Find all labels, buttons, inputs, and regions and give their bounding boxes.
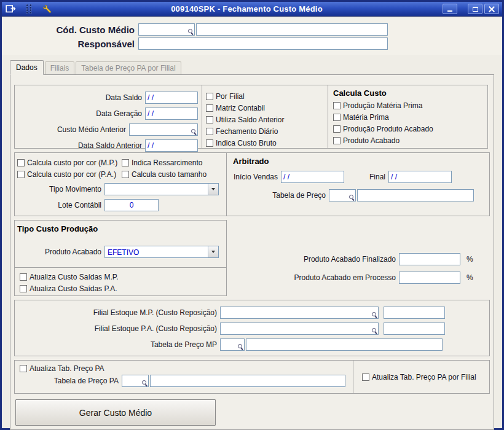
producao-materia-prima-checkbox[interactable] bbox=[333, 102, 341, 109]
dropdown-arrow-icon[interactable] bbox=[208, 246, 218, 257]
cod-custo-medio-label: Cód. Custo Médio bbox=[2, 25, 138, 35]
group-estoque: Filial Estoque M.P. (Custo Reposição) Fi… bbox=[14, 300, 490, 356]
pa-processo-label: Produto Acabado em Processo bbox=[227, 273, 399, 282]
group-arbitrado: Arbitrado Início Vendas Final Tabela de … bbox=[226, 152, 490, 216]
produto-acabado-combo[interactable]: EFETIVO bbox=[104, 246, 219, 258]
header-section: Cód. Custo Médio Responsável bbox=[2, 17, 502, 55]
checkbox-atualiza-saidas-mp[interactable]: Atualiza Custo Saídas M.P. bbox=[20, 271, 221, 283]
group-custo-opcoes: Calcula custo por cor (M.P.) Indica Ress… bbox=[14, 152, 227, 216]
tabela-preco-label: Tabela de Preço bbox=[233, 191, 329, 200]
final-input[interactable] bbox=[388, 171, 452, 183]
atualiza-tab-preco-pa-checkbox[interactable] bbox=[20, 365, 27, 372]
pa-finalizado-input[interactable] bbox=[399, 253, 460, 265]
data-saldo-anterior-input[interactable] bbox=[145, 139, 198, 152]
lookup-icon[interactable] bbox=[187, 28, 194, 35]
atualiza-saidas-pa-checkbox[interactable] bbox=[20, 285, 27, 292]
custo-medio-anterior-label: Custo Médio Anterior bbox=[17, 125, 129, 134]
tab-filiais[interactable]: Filiais bbox=[45, 61, 75, 74]
wrench-icon[interactable] bbox=[42, 4, 53, 15]
pa-processo-input[interactable] bbox=[399, 272, 460, 284]
checkbox-produto-acabado[interactable]: Produto Acabado bbox=[333, 135, 482, 146]
maximize-button[interactable] bbox=[468, 4, 482, 14]
lookup-icon[interactable] bbox=[237, 343, 244, 350]
checkbox-matriz-contabil[interactable]: Matriz Contabil bbox=[206, 102, 324, 114]
minimize-icon bbox=[447, 10, 452, 12]
indica-custo-bruto-checkbox[interactable] bbox=[206, 139, 213, 147]
checkbox-utiliza-saldo-anterior[interactable]: Utiliza Saldo Anterior bbox=[206, 114, 324, 125]
checkbox-atualiza-tab-preco-pa[interactable]: Atualiza Tab. Preço PA bbox=[20, 363, 348, 373]
lookup-icon[interactable] bbox=[191, 128, 197, 135]
dropdown-arrow-icon[interactable] bbox=[208, 184, 218, 195]
utiliza-saldo-anterior-checkbox[interactable] bbox=[206, 116, 213, 123]
filial-estoque-mp-input[interactable] bbox=[220, 307, 379, 319]
checkbox-fechamento-diario[interactable]: Fechamento Diário bbox=[206, 125, 324, 137]
por-filial-checkbox[interactable] bbox=[206, 93, 213, 100]
dots-grid-icon[interactable] bbox=[23, 4, 34, 15]
group-calcula-custo: Calcula Custo Produção Matéria Prima Mat… bbox=[328, 85, 488, 149]
form-export-icon[interactable] bbox=[5, 4, 16, 15]
fechamento-diario-checkbox[interactable] bbox=[206, 128, 213, 135]
custo-medio-anterior-input[interactable] bbox=[129, 123, 198, 136]
tabela-preco-pa-desc-input[interactable] bbox=[150, 375, 345, 387]
tabela-preco-desc-input[interactable] bbox=[357, 189, 474, 201]
inicio-vendas-input[interactable] bbox=[281, 171, 344, 183]
lookup-icon[interactable] bbox=[371, 327, 378, 334]
tipo-movimento-combo[interactable] bbox=[104, 183, 219, 195]
checkbox-atualiza-tab-preco-pa-por-filial[interactable]: Atualiza Tab. Preço PA por Filial bbox=[362, 371, 476, 383]
checkbox-producao-materia-prima[interactable]: Produção Matéria Prima bbox=[333, 100, 482, 111]
tabela-preco-mp-desc-input[interactable] bbox=[246, 338, 443, 351]
data-geracao-input[interactable] bbox=[145, 108, 198, 120]
group-flags: Por Filial Matriz Contabil Utiliza Saldo… bbox=[202, 85, 328, 149]
lote-contabil-input[interactable] bbox=[104, 199, 159, 211]
cod-custo-medio-desc-input[interactable] bbox=[196, 23, 388, 36]
window-controls bbox=[441, 4, 499, 14]
checkbox-por-filial[interactable]: Por Filial bbox=[206, 90, 324, 102]
materia-prima-checkbox[interactable] bbox=[333, 114, 341, 121]
checkbox-atualiza-saidas-pa[interactable]: Atualiza Custo Saídas P.A. bbox=[20, 283, 221, 294]
tipo-movimento-label: Tipo Movimento bbox=[17, 185, 104, 194]
calcula-custo-tamanho-checkbox[interactable] bbox=[122, 171, 129, 178]
group-atualiza-saidas: Atualiza Custo Saídas M.P. Atualiza Cust… bbox=[14, 267, 227, 296]
checkbox-materia-prima[interactable]: Matéria Prima bbox=[333, 111, 482, 123]
filial-estoque-pa-input[interactable] bbox=[220, 322, 379, 335]
filial-estoque-pa-extra-input[interactable] bbox=[384, 322, 445, 335]
checkbox-indica-custo-bruto[interactable]: Indica Custo Bruto bbox=[206, 137, 324, 149]
calcula-cor-pa-checkbox[interactable] bbox=[17, 171, 25, 178]
close-button[interactable] bbox=[484, 4, 499, 14]
producao-produto-acabado-checkbox[interactable] bbox=[333, 125, 341, 133]
lookup-icon[interactable] bbox=[348, 194, 355, 201]
checkbox-indica-ressarcimento[interactable]: Indica Ressarcimento bbox=[122, 157, 222, 168]
atualiza-tab-preco-pa-por-filial-checkbox[interactable] bbox=[362, 373, 369, 381]
pa-finalizado-label: Produto Acabado Finalizado bbox=[227, 255, 399, 264]
filial-estoque-pa-label: Filial Estoque P.A. (Custo Reposição) bbox=[20, 324, 220, 333]
tipo-custo-producao-title: Tipo Custo Produção bbox=[17, 224, 222, 233]
tab-dados[interactable]: Dados bbox=[10, 60, 44, 75]
calcula-custo-title: Calcula Custo bbox=[333, 88, 482, 98]
filial-estoque-mp-extra-input[interactable] bbox=[384, 307, 445, 319]
responsavel-input[interactable] bbox=[138, 37, 388, 50]
percentuais-column: Produto Acabado Finalizado % Produto Aca… bbox=[227, 220, 490, 296]
checkbox-producao-produto-acabado[interactable]: Produção Produto Acabado bbox=[333, 123, 482, 135]
minimize-button[interactable] bbox=[443, 4, 457, 14]
indica-ressarcimento-checkbox[interactable] bbox=[122, 159, 129, 166]
checkbox-calcula-custo-tamanho[interactable]: Calcula custo tamanho bbox=[122, 168, 222, 180]
checkbox-calcula-cor-mp[interactable]: Calcula custo por cor (M.P.) bbox=[17, 157, 122, 168]
percent-sign: % bbox=[467, 273, 473, 282]
matriz-contabil-checkbox[interactable] bbox=[206, 104, 213, 112]
lookup-icon[interactable] bbox=[141, 380, 148, 386]
responsavel-label: Responsável bbox=[2, 39, 138, 49]
data-saldo-input[interactable] bbox=[145, 92, 198, 104]
cod-custo-medio-code-input[interactable] bbox=[138, 23, 195, 36]
arbitrado-title: Arbitrado bbox=[233, 157, 483, 166]
checkbox-calcula-cor-pa[interactable]: Calcula custo por cor (P.A.) bbox=[17, 168, 122, 180]
tabela-preco-pa-label: Tabela de Preço PA bbox=[20, 377, 122, 385]
calcula-cor-mp-checkbox[interactable] bbox=[17, 159, 25, 166]
final-label: Final bbox=[344, 173, 388, 181]
tab-tabela-preco-pa-por-filial[interactable]: Tabela de Preço PA por Filial bbox=[76, 61, 181, 74]
lookup-icon[interactable] bbox=[371, 311, 378, 318]
gerar-custo-medio-button[interactable]: Gerar Custo Médio bbox=[15, 399, 216, 426]
produto-acabado-checkbox[interactable] bbox=[333, 137, 341, 144]
window-title: 009140SPK - Fechamento Custo Médio bbox=[53, 4, 441, 14]
title-bar: 009140SPK - Fechamento Custo Médio bbox=[2, 2, 502, 17]
atualiza-saidas-mp-checkbox[interactable] bbox=[20, 273, 27, 281]
